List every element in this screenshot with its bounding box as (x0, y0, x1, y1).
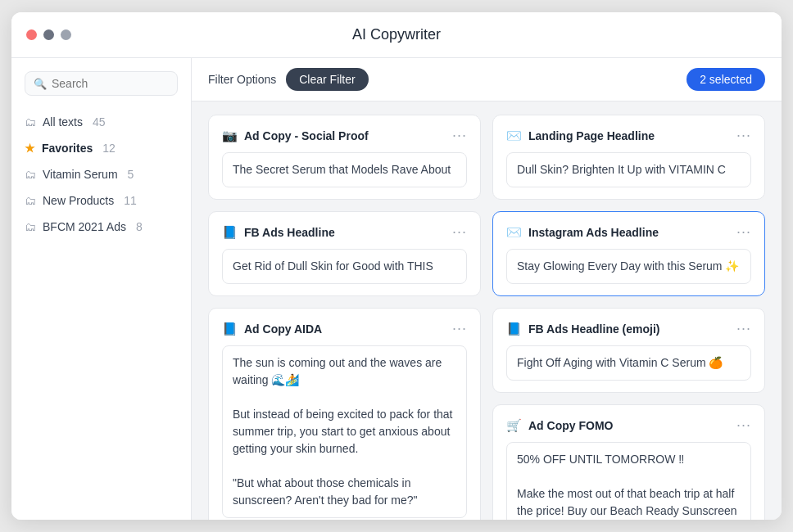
card-body-text: Stay Glowing Every Day with this Serum ✨ (506, 249, 751, 284)
card-ad-copy-fomo[interactable]: 🛒Ad Copy FOMO···50% OFF UNTIL TOMORROW ‼… (492, 404, 765, 520)
card-type-icon: 📷 (222, 128, 238, 143)
sidebar-item-label: Vitamin Serum (43, 168, 118, 181)
card-fb-ads-headline[interactable]: 📘FB Ads Headline···Get Rid of Dull Skin … (208, 211, 481, 296)
filter-bar: Filter Options Clear Filter 2 selected (192, 58, 782, 101)
card-title-wrap: 🛒Ad Copy FOMO (506, 418, 613, 433)
title-bar: AI Copywriter (11, 12, 782, 58)
card-header: ✉️Landing Page Headline··· (506, 127, 751, 144)
card-header: 📘FB Ads Headline (emoji)··· (506, 320, 751, 337)
card-title-text: Ad Copy - Social Proof (244, 129, 369, 142)
star-icon: ★ (25, 142, 35, 155)
card-body-text: 50% OFF UNTIL TOMORROW ‼️ Make the most … (506, 442, 751, 520)
sidebar-item-all-texts[interactable]: 🗂All texts45 (11, 109, 191, 135)
card-ad-copy-aida[interactable]: 📘Ad Copy AIDA···The sun is coming out an… (208, 308, 481, 520)
card-type-icon: 📘 (222, 225, 238, 240)
sidebar-item-count: 12 (102, 142, 116, 155)
window-dot-yellow[interactable] (43, 29, 54, 40)
card-title-wrap: 📘FB Ads Headline (emoji) (506, 322, 660, 336)
search-input[interactable] (52, 77, 169, 90)
folder-icon: 🗂 (25, 220, 36, 233)
sidebar-item-favorites[interactable]: ★Favorites12 (11, 135, 191, 161)
sidebar-items-list: 🗂All texts45★Favorites12🗂Vitamin Serum5🗂… (11, 109, 191, 240)
sidebar-item-count: 5 (128, 168, 134, 181)
sidebar-item-bfcm-2021-ads[interactable]: 🗂BFCM 2021 Ads8 (11, 214, 191, 240)
card-title-wrap: 📘Ad Copy AIDA (222, 322, 322, 336)
filter-options-button[interactable]: Filter Options (208, 73, 276, 86)
folder-icon: 🗂 (25, 115, 36, 128)
sidebar-item-count: 8 (136, 220, 143, 233)
card-header: ✉️Instagram Ads Headline··· (506, 223, 751, 241)
card-title-wrap: ✉️Instagram Ads Headline (506, 225, 659, 240)
content-area: Filter Options Clear Filter 2 selected 📷… (192, 58, 782, 520)
card-menu-button[interactable]: ··· (736, 127, 751, 144)
card-title-wrap: 📘FB Ads Headline (222, 225, 335, 240)
card-menu-button[interactable]: ··· (452, 127, 467, 144)
card-body-text: The Secret Serum that Models Rave About (222, 152, 467, 187)
sidebar-item-label: All texts (43, 115, 83, 128)
app-title: AI Copywriter (352, 26, 441, 43)
card-title-text: Ad Copy AIDA (244, 322, 322, 336)
sidebar-item-label: Favorites (42, 142, 93, 155)
card-type-icon: 📘 (506, 322, 522, 336)
card-body-text: Get Rid of Dull Skin for Good with THIS (222, 249, 467, 284)
search-input-wrap[interactable]: 🔍 (25, 71, 178, 96)
sidebar-item-new-products[interactable]: 🗂New Products11 (11, 187, 191, 214)
card-title-text: Landing Page Headline (528, 129, 655, 142)
card-body-text: Fight Off Aging with Vitamin C Serum 🍊 (506, 345, 751, 381)
card-type-icon: 🛒 (506, 418, 522, 433)
window-dot-red[interactable] (26, 29, 37, 40)
window-controls (26, 29, 71, 40)
folder-icon: 🗂 (25, 194, 36, 207)
sidebar-item-count: 45 (93, 115, 106, 128)
selected-badge: 2 selected (687, 68, 765, 91)
window-dot-green[interactable] (61, 29, 71, 40)
card-title-text: FB Ads Headline (emoji) (528, 322, 660, 336)
sidebar-item-vitamin-serum[interactable]: 🗂Vitamin Serum5 (11, 161, 191, 187)
card-ad-copy-social-proof[interactable]: 📷Ad Copy - Social Proof···The Secret Ser… (208, 115, 481, 200)
sidebar: 🔍 🗂All texts45★Favorites12🗂Vitamin Serum… (11, 58, 192, 520)
cards-grid: 📷Ad Copy - Social Proof···The Secret Ser… (192, 101, 782, 520)
card-instagram-ads-headline[interactable]: ✉️Instagram Ads Headline···Stay Glowing … (492, 211, 765, 296)
card-header: 📘Ad Copy AIDA··· (222, 320, 467, 337)
card-body-text: Dull Skin? Brighten It Up with VITAMIN C (506, 152, 751, 187)
card-header: 📘FB Ads Headline··· (222, 223, 467, 241)
card-header: 📷Ad Copy - Social Proof··· (222, 127, 467, 144)
sidebar-item-label: BFCM 2021 Ads (43, 220, 126, 233)
card-menu-button[interactable]: ··· (452, 320, 467, 337)
card-title-wrap: 📷Ad Copy - Social Proof (222, 128, 369, 143)
card-menu-button[interactable]: ··· (736, 320, 751, 337)
card-title-wrap: ✉️Landing Page Headline (506, 128, 655, 143)
app-window: AI Copywriter 🔍 🗂All texts45★Favorites12… (11, 12, 782, 520)
card-type-icon: 📘 (222, 322, 238, 336)
card-menu-button[interactable]: ··· (452, 223, 467, 241)
sidebar-item-label: New Products (43, 194, 114, 207)
card-title-text: Instagram Ads Headline (528, 226, 659, 239)
card-landing-page-headline[interactable]: ✉️Landing Page Headline···Dull Skin? Bri… (492, 115, 765, 200)
clear-filter-button[interactable]: Clear Filter (286, 68, 368, 91)
card-menu-button[interactable]: ··· (736, 417, 751, 434)
search-container: 🔍 (11, 71, 191, 109)
card-fb-ads-headline-emoji[interactable]: 📘FB Ads Headline (emoji)···Fight Off Agi… (492, 308, 765, 393)
card-menu-button[interactable]: ··· (736, 223, 751, 241)
card-title-text: FB Ads Headline (244, 226, 335, 239)
card-header: 🛒Ad Copy FOMO··· (506, 417, 751, 434)
search-icon: 🔍 (34, 78, 47, 90)
card-title-text: Ad Copy FOMO (528, 419, 613, 432)
folder-icon: 🗂 (25, 168, 36, 181)
card-type-icon: ✉️ (506, 225, 522, 240)
card-body-text: The sun is coming out and the waves are … (222, 345, 467, 518)
main-layout: 🔍 🗂All texts45★Favorites12🗂Vitamin Serum… (11, 58, 782, 520)
card-type-icon: ✉️ (506, 128, 522, 143)
sidebar-item-count: 11 (124, 194, 137, 207)
